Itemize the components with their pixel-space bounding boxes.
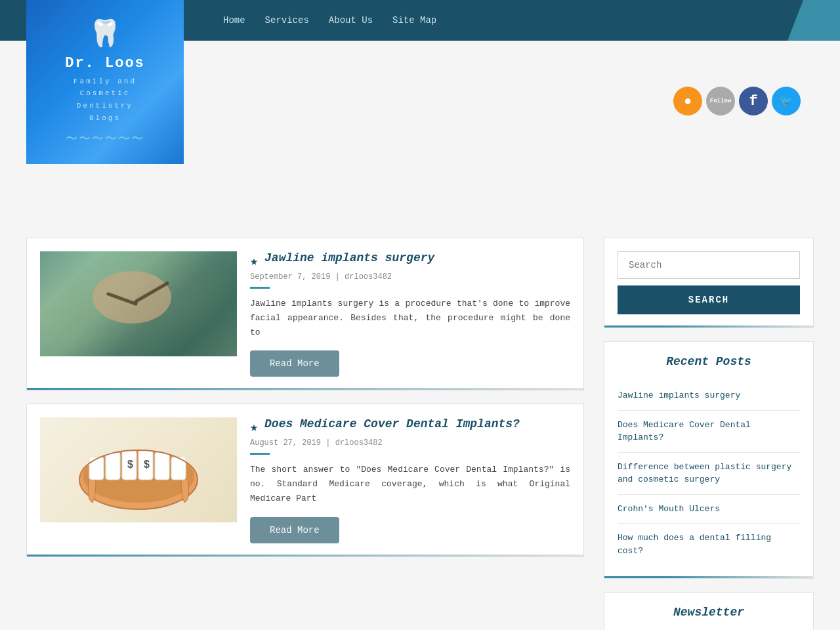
nav-home[interactable]: Home: [223, 15, 245, 26]
article-image-dental: $ $: [40, 417, 237, 522]
article-content: ★ Jawline implants surgery September 7, …: [250, 251, 570, 377]
svg-rect-2: [89, 457, 104, 480]
twitter-icon[interactable]: 🐦: [772, 87, 801, 116]
article-title-row: ★ Jawline implants surgery: [250, 251, 570, 269]
search-input[interactable]: [618, 251, 800, 279]
star-icon: ★: [250, 419, 258, 435]
svg-rect-6: [155, 452, 169, 480]
nav-services[interactable]: Services: [265, 15, 309, 26]
article-divider: [250, 287, 270, 289]
denture-svg: $ $: [73, 427, 204, 513]
recent-post-item[interactable]: Difference between plastic surgeryand co…: [618, 453, 800, 495]
article-meta: September 7, 2019 | drloos3482: [250, 272, 570, 282]
article-author: drloos3482: [345, 272, 392, 282]
social-icons: ● Follow f 🐦: [673, 41, 801, 116]
svg-text:$: $: [127, 459, 133, 470]
recent-posts-title: Recent Posts: [618, 355, 800, 368]
recent-post-item[interactable]: Crohn's Mouth Ulcers: [618, 495, 800, 524]
article-author: drloos3482: [335, 438, 383, 448]
article-divider: [250, 453, 270, 455]
star-icon: ★: [250, 253, 258, 269]
nav-about[interactable]: About Us: [329, 15, 373, 26]
article-image-surgery: [40, 251, 237, 356]
recent-post-item[interactable]: Jawline implants surgery: [618, 381, 800, 411]
follow-icon[interactable]: Follow: [706, 87, 735, 116]
read-more-button[interactable]: Read More: [250, 350, 339, 377]
search-widget: SEARCH: [604, 238, 814, 328]
article-title[interactable]: Does Medicare Cover Dental Implants?: [264, 417, 520, 430]
svg-rect-3: [106, 452, 120, 480]
logo-wave: 〜〜〜〜〜〜: [66, 131, 144, 146]
logo-subtitle: Family andCosmeticDentistryBlogs: [74, 75, 136, 125]
logo-name: Dr. Loos: [65, 55, 145, 72]
recent-post-item[interactable]: How much does a dental filling cost?: [618, 524, 800, 565]
article-date: September 7, 2019: [250, 272, 330, 282]
article-title-row: ★ Does Medicare Cover Dental Implants?: [250, 417, 570, 435]
read-more-button[interactable]: Read More: [250, 517, 339, 543]
sidebar: SEARCH Recent Posts Jawline implants sur…: [604, 238, 814, 630]
search-button[interactable]: SEARCH: [618, 285, 800, 314]
article-title[interactable]: Jawline implants surgery: [264, 251, 434, 264]
articles-section: ★ Jawline implants surgery September 7, …: [26, 238, 584, 630]
newsletter-title: Newsletter: [618, 606, 800, 619]
facebook-icon[interactable]: f: [739, 87, 768, 116]
rss-icon[interactable]: ●: [673, 87, 702, 116]
tooth-icon: 🦷: [89, 18, 121, 50]
newsletter-widget: Newsletter: [604, 592, 814, 630]
article-excerpt: Jawline implants surgery is a procedure …: [250, 297, 570, 340]
article-card: $ $ ★ Does Medicare Cover Dental Implant…: [26, 404, 584, 556]
nav-sitemap[interactable]: Site Map: [392, 15, 436, 26]
article-content: ★ Does Medicare Cover Dental Implants? A…: [250, 417, 570, 543]
article-date: August 27, 2019: [250, 438, 321, 448]
site-logo: 🦷 Dr. Loos Family andCosmeticDentistryBl…: [26, 0, 184, 164]
recent-posts-widget: Recent Posts Jawline implants surgery Do…: [604, 341, 814, 579]
nav-links: Home Services About Us Site Map: [223, 15, 436, 26]
svg-text:$: $: [144, 459, 150, 470]
article-card: ★ Jawline implants surgery September 7, …: [26, 238, 584, 390]
article-excerpt: The short answer to "Does Medicare Cover…: [250, 463, 570, 506]
article-meta: August 27, 2019 | drloos3482: [250, 438, 570, 448]
recent-post-item[interactable]: Does Medicare Cover Dental Implants?: [618, 411, 800, 453]
